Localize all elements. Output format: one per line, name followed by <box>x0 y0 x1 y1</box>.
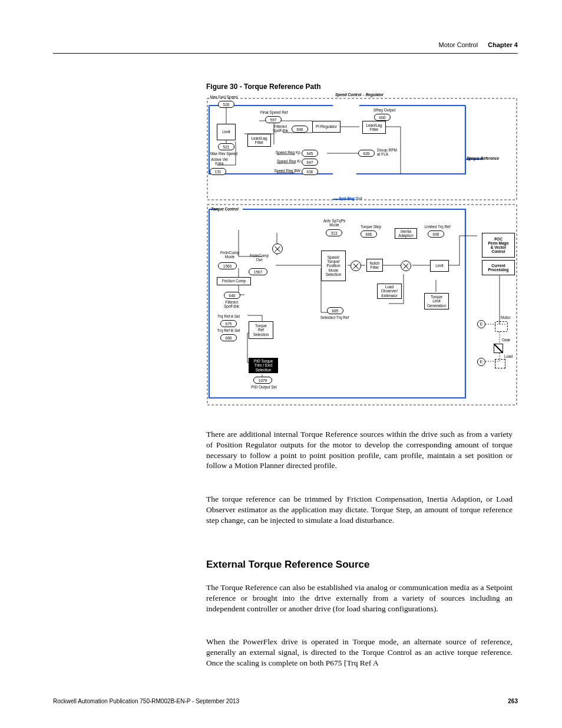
lbl-max-rev-speed: Max Rev Speed <box>206 151 242 156</box>
sum-node-1 <box>272 243 283 254</box>
header-rule <box>53 53 518 54</box>
footer-page-number: 263 <box>508 698 518 704</box>
param-597: 597 <box>265 116 282 123</box>
header-chapter: Chapter 4 <box>488 41 518 48</box>
box-foc: FOC Perm Magn & Vector Control <box>482 233 515 258</box>
load-icon <box>495 359 505 368</box>
lbl-limited-trq-ref: Limited Trq Ref <box>421 225 454 229</box>
param-521: 521 <box>218 143 234 150</box>
box-pi-regulator: PI Regulator <box>312 121 340 133</box>
paragraph-1: There are additional internal Torque Ref… <box>206 429 513 471</box>
box-leadlag1: Lead/Lag Filter <box>247 134 271 147</box>
footer-publication: Rockwell Automation Publication 750-RM00… <box>53 698 239 704</box>
param-520: 520 <box>218 101 234 108</box>
lbl-torque-reference: Torque Reference <box>467 156 520 160</box>
param-647: 647 <box>302 159 318 166</box>
lbl-max-fwd-speed: Max Fwd Speed <box>206 95 242 99</box>
param-680: 680 <box>220 334 237 341</box>
lbl-trq-ref-b-sel: Trq Ref B Sel <box>211 328 246 332</box>
box-limit2: Limit <box>430 260 449 272</box>
box-load-obs: Load Observer/ Estimator <box>377 284 402 299</box>
lbl-pid-output-sel: PID Output Sel <box>246 385 282 389</box>
lbl-frctncomp-mode: FrctnComp Mode <box>215 251 244 259</box>
param-660: 660 <box>374 114 391 121</box>
lbl-filtered-spdfdbk-1: Filtered SpdFdbk <box>268 124 293 133</box>
lbl-trq-ref-a-sel: Trq Ref A Sel <box>211 314 246 318</box>
box-pid-trim: PID Torque Trim / Excl Selection <box>249 358 278 373</box>
param-313: 313 <box>326 229 342 236</box>
lbl-spd-reg-out: Spd Reg Out <box>333 196 368 200</box>
box-torque-ref-sel: Torque Ref Selection <box>249 321 273 339</box>
param-131: 131 <box>210 168 226 175</box>
lbl-torque-step: Torque Step <box>355 225 387 229</box>
lbl-load: Load <box>504 354 520 358</box>
lbl-filtered-spdfdbk-2: Filtered SpdFdbk <box>217 300 246 308</box>
lbl-actv-sptqps: Actv SpTqPs Mode <box>318 219 351 227</box>
torque-reference-diagram: Speed Control – Regulator Max Fwd Speed … <box>206 91 518 410</box>
lbl-speed-reg-ki: Speed Reg Ki <box>265 159 300 163</box>
lbl-final-speed-ref: Final Speed Ref <box>253 110 295 114</box>
lbl-active-vel-fdbk: Active Vel Fdbk <box>206 157 233 166</box>
param-1567: 1567 <box>249 268 267 275</box>
param-645: 645 <box>302 150 318 157</box>
encoder-icon-1: E <box>477 320 485 328</box>
gear-icon <box>494 344 503 353</box>
box-inertia-adaption: Inertia Adaption <box>395 228 417 239</box>
param-686: 686 <box>361 230 377 238</box>
lbl-frctncomp-out: FrctnComp Out <box>244 253 274 262</box>
param-1079: 1079 <box>253 377 272 384</box>
param-620: 620 <box>358 150 375 157</box>
torque-section-title: Torque Control <box>211 207 258 211</box>
speed-section-title: Speed Control – Regulator <box>324 93 395 97</box>
header-section: Motor Control <box>439 41 478 48</box>
encoder-icon-2: E <box>477 358 485 366</box>
lbl-speed-reg-kp: Speed Reg Kp <box>265 150 300 154</box>
param-640b: 640 <box>224 292 240 299</box>
lbl-sreg-output: SReg Output <box>368 108 401 112</box>
figure-caption: Figure 30 - Torque Reference Path <box>206 83 321 91</box>
param-636: 636 <box>302 168 318 175</box>
box-friction-comp: Friction Comp <box>217 277 251 285</box>
lbl-motor: Motor <box>501 315 518 319</box>
lbl-droop: Droop RPM at FLA <box>377 148 406 156</box>
param-675: 675 <box>220 320 237 327</box>
box-leadlag2: Lead/Lag Filter <box>362 121 386 134</box>
box-limit1: Limit <box>217 124 236 140</box>
param-640a: 640 <box>292 126 308 133</box>
param-690: 690 <box>428 230 444 238</box>
heading-external-torque-ref: External Torque Reference Source <box>206 559 369 571</box>
box-torque-limit-gen: Torque Limit Generation <box>424 293 449 309</box>
lbl-gear: Gear <box>502 338 518 342</box>
sum-node-3 <box>401 261 411 271</box>
sum-node-2 <box>351 261 361 271</box>
box-current-proc: Current Processing <box>482 260 515 275</box>
paragraph-4: When the PowerFlex drive is operated in … <box>206 637 513 668</box>
lbl-selected-trq-ref: Selected Trq Ref <box>311 315 358 319</box>
param-1560: 1560 <box>218 262 237 269</box>
motor-icon <box>495 321 508 332</box>
param-685: 685 <box>327 307 343 314</box>
paragraph-2: The torque reference can be trimmed by F… <box>206 494 513 525</box>
lbl-speed-reg-bw: Speed Reg BW <box>265 169 300 173</box>
box-sptq-mode-sel: Speed/ Torque/ Position Mode Selection <box>321 251 346 281</box>
box-notch-filter: Notch Filter <box>366 259 383 272</box>
paragraph-3: The Torque Reference can also be establi… <box>206 582 513 614</box>
